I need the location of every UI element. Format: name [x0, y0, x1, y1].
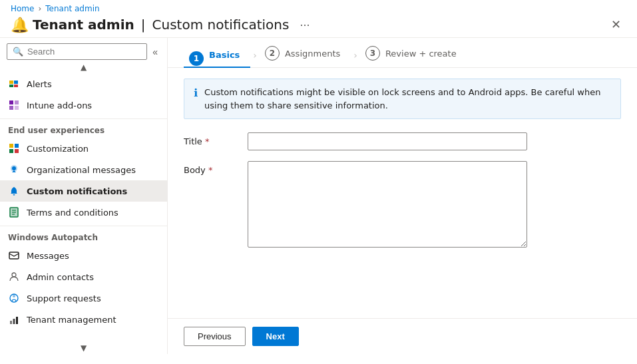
- sidebar-nav: Alerts Intune add-ons End user experienc…: [0, 73, 167, 342]
- sidebar-item-tenant-management[interactable]: Tenant management: [0, 309, 167, 330]
- title-subtitle: Custom notifications: [152, 17, 290, 33]
- svg-rect-3: [14, 85, 18, 87]
- form-area: ℹ Custom notifications might be visible …: [168, 68, 637, 318]
- wizard-steps: 1 Basics › 2 Assignments › 3 Review + cr…: [168, 38, 637, 68]
- more-button[interactable]: ···: [296, 17, 314, 33]
- content-area: 1 Basics › 2 Assignments › 3 Review + cr…: [168, 38, 637, 354]
- body-required-star: *: [208, 165, 213, 175]
- breadcrumb-sep: ›: [38, 4, 41, 13]
- svg-rect-1: [14, 81, 18, 84]
- body-textarea[interactable]: [248, 161, 527, 248]
- sidebar-item-label: Messages: [27, 251, 69, 261]
- sidebar-item-terms[interactable]: Terms and conditions: [0, 202, 167, 223]
- title-required-star: *: [205, 136, 210, 146]
- search-icon: 🔍: [13, 47, 23, 57]
- sidebar-item-label: Intune add-ons: [27, 100, 92, 110]
- sidebar-item-label: Terms and conditions: [27, 208, 118, 218]
- nav-section-end-user: End user experiences: [0, 122, 167, 138]
- tenant-management-icon: [8, 313, 20, 325]
- page-title: Tenant admin: [33, 17, 134, 33]
- messages-icon: [8, 250, 20, 262]
- svg-rect-2: [9, 85, 13, 87]
- title-label: Title *: [184, 136, 237, 146]
- svg-rect-9: [15, 144, 19, 148]
- step-2-label: Assignments: [285, 49, 340, 65]
- body-field-row: Body *: [184, 161, 621, 248]
- intune-addons-icon: [8, 99, 20, 111]
- close-button[interactable]: ✕: [606, 16, 626, 33]
- nav-section-windows-autopatch: Windows Autopatch: [0, 229, 167, 245]
- svg-point-23: [13, 295, 15, 297]
- step-1-label: Basics: [209, 50, 240, 67]
- svg-rect-25: [13, 319, 15, 324]
- svg-rect-8: [9, 144, 13, 148]
- sidebar-item-label: Admin contacts: [27, 272, 94, 282]
- sidebar-item-admin-contacts[interactable]: Admin contacts: [0, 266, 167, 287]
- svg-rect-7: [15, 106, 19, 110]
- sidebar-item-customization[interactable]: Customization: [0, 138, 167, 159]
- sidebar-item-intune-addons[interactable]: Intune add-ons: [0, 94, 167, 116]
- search-box[interactable]: 🔍: [7, 43, 147, 60]
- scroll-down-arrow[interactable]: ▼: [0, 342, 167, 354]
- step-assignments[interactable]: 2 Assignments: [260, 38, 351, 67]
- svg-rect-11: [15, 149, 19, 153]
- sidebar-item-org-messages[interactable]: Organizational messages: [0, 159, 167, 180]
- sidebar-item-custom-notifications[interactable]: Custom notifications: [0, 180, 167, 202]
- svg-point-21: [12, 273, 16, 277]
- admin-contacts-icon: [8, 271, 20, 283]
- svg-rect-5: [15, 100, 19, 104]
- sidebar: 🔍 « ▲ Alerts Intune add-ons: [0, 38, 168, 354]
- sidebar-item-label: Support requests: [27, 293, 101, 303]
- search-input[interactable]: [27, 47, 141, 57]
- footer-area: Previous Next: [168, 318, 637, 354]
- step-3-label: Review + create: [385, 49, 457, 65]
- collapse-sidebar-button[interactable]: «: [150, 44, 160, 60]
- sidebar-item-label: Organizational messages: [27, 165, 136, 175]
- top-section: Home › Tenant admin 🔔 Tenant admin | Cus…: [0, 0, 637, 38]
- step-review[interactable]: 3 Review + create: [360, 38, 467, 67]
- sidebar-item-alerts[interactable]: Alerts: [0, 73, 167, 94]
- svg-rect-14: [13, 194, 15, 196]
- customization-icon: [8, 142, 20, 154]
- step-1-circle: 1: [189, 51, 204, 66]
- support-requests-icon: [8, 292, 20, 304]
- sidebar-item-messages[interactable]: Messages: [0, 245, 167, 266]
- breadcrumb-home[interactable]: Home: [11, 4, 34, 13]
- svg-rect-6: [9, 106, 13, 110]
- svg-rect-20: [9, 252, 19, 259]
- sidebar-item-label: Alerts: [27, 79, 52, 89]
- terms-icon: [8, 206, 20, 218]
- nav-divider-2: [0, 226, 167, 226]
- top-bar: Home › Tenant admin 🔔 Tenant admin | Cus…: [0, 0, 637, 37]
- info-banner: ℹ Custom notifications might be visible …: [184, 79, 621, 119]
- step-sep-2: ›: [353, 50, 357, 61]
- alerts-icon: [8, 78, 20, 90]
- sidebar-item-label: Customization: [27, 144, 89, 154]
- nav-divider: [0, 118, 167, 119]
- svg-rect-26: [16, 317, 18, 324]
- step-3-circle: 3: [365, 46, 380, 61]
- breadcrumb-tenant-admin[interactable]: Tenant admin: [45, 4, 99, 13]
- scroll-up-arrow[interactable]: ▲: [0, 63, 167, 73]
- step-basics[interactable]: 1 Basics: [184, 42, 250, 68]
- sidebar-item-label: Tenant management: [27, 315, 116, 325]
- main-layout: 🔍 « ▲ Alerts Intune add-ons: [0, 38, 637, 354]
- svg-rect-4: [9, 100, 13, 104]
- info-banner-text: Custom notifications might be visible on…: [204, 86, 611, 112]
- custom-notifications-icon: [8, 185, 20, 197]
- org-messages-icon: [8, 164, 20, 176]
- previous-button[interactable]: Previous: [184, 327, 246, 346]
- title-divider: |: [141, 17, 146, 33]
- title-input[interactable]: [248, 132, 527, 150]
- next-button[interactable]: Next: [252, 327, 299, 346]
- breadcrumb: Home › Tenant admin: [11, 4, 626, 15]
- svg-rect-24: [10, 321, 12, 324]
- header-icon: 🔔: [11, 17, 29, 33]
- step-2-circle: 2: [265, 46, 280, 61]
- svg-point-13: [12, 166, 16, 170]
- svg-rect-0: [9, 81, 13, 84]
- title-row: 🔔 Tenant admin | Custom notifications ··…: [11, 15, 626, 37]
- sidebar-item-label: Custom notifications: [27, 186, 127, 196]
- step-sep-1: ›: [253, 50, 257, 61]
- sidebar-item-support-requests[interactable]: Support requests: [0, 287, 167, 309]
